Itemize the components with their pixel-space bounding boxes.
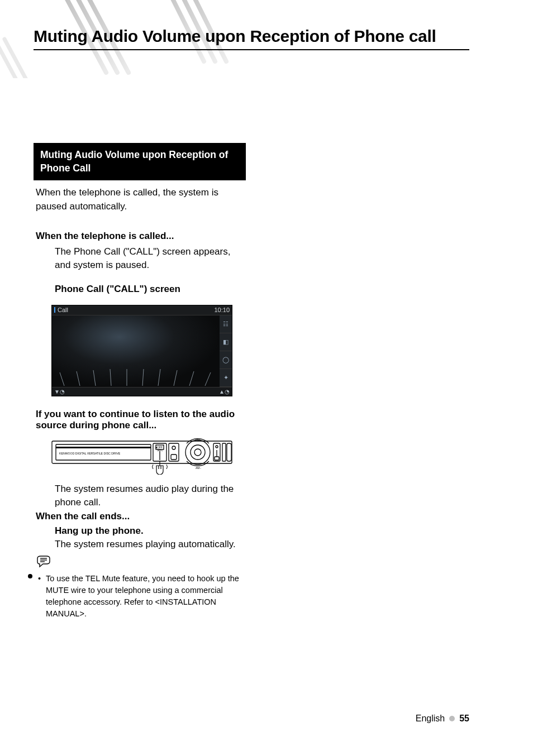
step2-head: If you want to continue to listen to the… bbox=[34, 409, 246, 431]
call-clock: 10:10 bbox=[214, 307, 230, 313]
svg-text:SRC: SRC bbox=[157, 448, 163, 452]
side-icon-2: ◧ bbox=[220, 333, 232, 351]
footer-page: 55 bbox=[459, 714, 469, 724]
bleed-dot bbox=[28, 574, 32, 578]
call-screenshot: Call 10:10 ☷ ◧ ◯ ✦ ▼◔ bbox=[51, 305, 232, 396]
svg-rect-35 bbox=[227, 443, 231, 461]
section-intro: When the telephone is called, the system… bbox=[34, 180, 246, 213]
svg-point-29 bbox=[194, 449, 201, 456]
svg-line-6 bbox=[0, 39, 34, 78]
svg-text:AM−: AM− bbox=[196, 466, 202, 470]
footer-lang: English bbox=[416, 714, 445, 724]
step2-body: The system resumes audio play during the… bbox=[34, 475, 246, 510]
page-title: Muting Audio Volume upon Reception of Ph… bbox=[34, 27, 469, 50]
note-icon bbox=[34, 555, 246, 571]
section-heading: Muting Audio Volume upon Reception of Ph… bbox=[34, 143, 246, 180]
svg-rect-20 bbox=[56, 447, 151, 448]
svg-point-25 bbox=[172, 446, 175, 449]
svg-point-28 bbox=[191, 445, 205, 460]
call-title: Call bbox=[58, 307, 68, 313]
scroll-up-icon: ▲◔ bbox=[219, 389, 230, 395]
step3-body: The system resumes playing automatically… bbox=[34, 537, 246, 552]
side-icon-1: ☷ bbox=[220, 315, 232, 333]
footer: English 55 bbox=[416, 714, 469, 724]
svg-rect-33 bbox=[215, 457, 219, 460]
svg-point-31 bbox=[216, 446, 218, 448]
scroll-down-icon: ▼◔ bbox=[54, 389, 65, 395]
step1-sub: Phone Call ("CALL") screen bbox=[34, 272, 246, 295]
footer-dot-icon bbox=[449, 716, 455, 721]
svg-point-27 bbox=[185, 440, 210, 465]
note-text: To use the TEL Mute feature, you need to… bbox=[41, 573, 246, 620]
step3-head: When the call ends... bbox=[34, 511, 246, 522]
step3-sub: Hang up the phone. bbox=[34, 522, 246, 537]
side-icon-4: ✦ bbox=[220, 369, 232, 387]
device-illustration: KENWOOD DIGITAL VERSATILE DISC DRIVE ■OF… bbox=[51, 438, 232, 475]
device-label: KENWOOD DIGITAL VERSATILE DISC DRIVE bbox=[59, 452, 121, 455]
step1-body: The Phone Call ("CALL") screen appears, … bbox=[34, 242, 246, 272]
side-icon-3: ◯ bbox=[220, 351, 232, 369]
svg-text:FM+: FM+ bbox=[196, 438, 201, 442]
svg-rect-34 bbox=[222, 443, 226, 461]
step1-head: When the telephone is called... bbox=[34, 231, 246, 242]
svg-rect-26 bbox=[171, 454, 177, 460]
